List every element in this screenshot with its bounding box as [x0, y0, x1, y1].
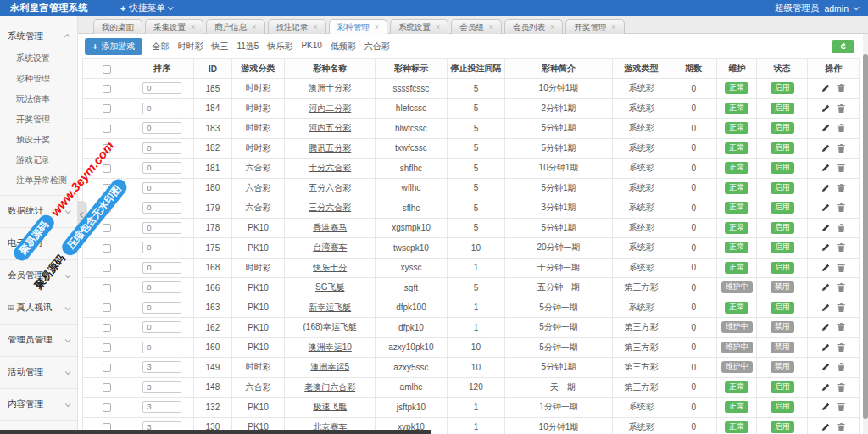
delete-icon[interactable] [837, 224, 845, 232]
delete-icon[interactable] [837, 343, 845, 352]
edit-icon[interactable] [821, 403, 830, 411]
maintenance-badge[interactable]: 正常 [725, 142, 748, 154]
maintenance-badge[interactable]: 正常 [725, 82, 748, 94]
maintenance-badge[interactable]: 维护中 [721, 342, 753, 353]
sort-input[interactable] [142, 361, 181, 373]
filter-link[interactable]: 快三 [211, 41, 228, 53]
sort-input[interactable] [142, 381, 181, 393]
filter-link[interactable]: 快乐彩 [267, 41, 292, 53]
sort-input[interactable] [142, 182, 181, 194]
sidebar-item[interactable]: 预设开奖 [0, 130, 77, 150]
lottery-name-link[interactable]: 新幸运飞艇 [309, 303, 351, 312]
sidebar-item[interactable]: 彩种管理 [0, 69, 77, 89]
maintenance-badge[interactable]: 正常 [725, 182, 748, 194]
row-checkbox[interactable] [103, 343, 111, 352]
status-badge[interactable]: 启用 [771, 162, 794, 174]
lottery-name-link[interactable]: 台湾赛车 [313, 242, 347, 252]
row-checkbox[interactable] [103, 303, 111, 312]
edit-icon[interactable] [821, 283, 830, 292]
sidebar-item[interactable]: 注单异常检测 [0, 170, 77, 191]
sort-input[interactable] [142, 122, 181, 134]
edit-icon[interactable] [821, 264, 830, 272]
lottery-name-link[interactable]: 澳洲十分彩 [309, 83, 351, 92]
row-checkbox[interactable] [103, 244, 111, 253]
edit-icon[interactable] [821, 323, 830, 331]
status-badge[interactable]: 禁用 [771, 342, 794, 353]
tab[interactable]: 开奖管理× [565, 19, 624, 34]
filter-link[interactable]: 低频彩 [331, 41, 356, 53]
row-checkbox[interactable] [103, 204, 111, 213]
sidebar-group[interactable]: 数据统计 [0, 199, 77, 223]
edit-icon[interactable] [821, 243, 830, 252]
edit-icon[interactable] [821, 303, 830, 312]
delete-icon[interactable] [837, 164, 845, 172]
sort-input[interactable] [142, 342, 181, 353]
tab-close-icon[interactable]: × [252, 24, 256, 31]
lottery-name-link[interactable]: 三分六合彩 [309, 203, 351, 212]
maintenance-badge[interactable]: 正常 [725, 162, 748, 174]
row-checkbox[interactable] [103, 403, 111, 412]
row-checkbox[interactable] [103, 144, 111, 153]
delete-icon[interactable] [837, 303, 845, 312]
status-badge[interactable]: 启用 [771, 122, 794, 134]
delete-icon[interactable] [837, 423, 845, 431]
delete-icon[interactable] [837, 283, 845, 292]
row-checkbox[interactable] [103, 284, 111, 292]
status-badge[interactable]: 启用 [771, 242, 794, 253]
edit-icon[interactable] [821, 343, 830, 352]
delete-icon[interactable] [837, 84, 845, 92]
sidebar-item[interactable]: 系统设置 [0, 48, 77, 69]
edit-icon[interactable] [821, 184, 830, 192]
sort-input[interactable] [142, 321, 181, 333]
lottery-name-link[interactable]: (168)幸运飞艇 [303, 322, 357, 331]
delete-icon[interactable] [837, 203, 845, 212]
status-badge[interactable]: 启用 [771, 222, 794, 234]
horizontal-scrollbar-thumb[interactable] [0, 430, 431, 434]
edit-icon[interactable] [821, 104, 830, 113]
sort-input[interactable] [142, 162, 181, 174]
edit-icon[interactable] [821, 363, 830, 371]
sort-input[interactable] [142, 202, 181, 214]
sidebar-group[interactable]: 内容管理 [0, 392, 77, 416]
sidebar-item[interactable]: 开奖管理 [0, 109, 77, 130]
tab-close-icon[interactable]: × [550, 24, 554, 31]
row-checkbox[interactable] [103, 104, 111, 113]
sidebar-collapse-handle[interactable] [78, 201, 87, 228]
edit-icon[interactable] [821, 224, 830, 232]
sidebar-group[interactable]: ⊞真人视讯 [0, 296, 77, 320]
delete-icon[interactable] [837, 403, 845, 411]
maintenance-badge[interactable]: 维护中 [721, 281, 753, 293]
maintenance-badge[interactable]: 正常 [725, 202, 748, 214]
delete-icon[interactable] [837, 383, 845, 392]
delete-icon[interactable] [837, 363, 845, 371]
delete-icon[interactable] [837, 264, 845, 272]
status-badge[interactable]: 禁用 [771, 281, 794, 293]
edit-icon[interactable] [821, 164, 830, 172]
lottery-name-link[interactable]: 五分六合彩 [309, 183, 351, 192]
sort-input[interactable] [142, 142, 181, 154]
lottery-name-link[interactable]: 澳洲幸运10 [309, 342, 352, 352]
row-checkbox[interactable] [103, 125, 111, 133]
tab[interactable]: 会员组× [451, 19, 502, 34]
maintenance-badge[interactable]: 维护中 [721, 361, 753, 373]
row-checkbox[interactable] [103, 264, 111, 272]
filter-link[interactable]: 11选5 [236, 41, 259, 53]
vertical-scrollbar-thumb[interactable] [863, 54, 868, 419]
row-checkbox[interactable] [103, 383, 111, 392]
tab[interactable]: 会员列表× [504, 19, 563, 34]
tab-close-icon[interactable]: × [436, 24, 440, 31]
maintenance-badge[interactable]: 正常 [725, 122, 748, 134]
delete-icon[interactable] [837, 323, 845, 331]
sidebar-group[interactable]: 管理员管理 [0, 328, 77, 352]
maintenance-badge[interactable]: 正常 [725, 381, 748, 393]
status-badge[interactable]: 启用 [771, 202, 794, 214]
sidebar-group[interactable]: 活动管理 [0, 360, 77, 384]
sort-input[interactable] [142, 103, 181, 114]
lottery-name-link[interactable]: 香港赛马 [313, 223, 347, 232]
row-checkbox[interactable] [103, 85, 111, 93]
lottery-name-link[interactable]: 快乐十分 [313, 263, 347, 272]
lottery-name-link[interactable]: 腾讯五分彩 [309, 143, 351, 153]
sort-input[interactable] [142, 222, 181, 234]
lottery-name-link[interactable]: 极速飞艇 [313, 402, 347, 411]
tab-close-icon[interactable]: × [314, 24, 318, 31]
